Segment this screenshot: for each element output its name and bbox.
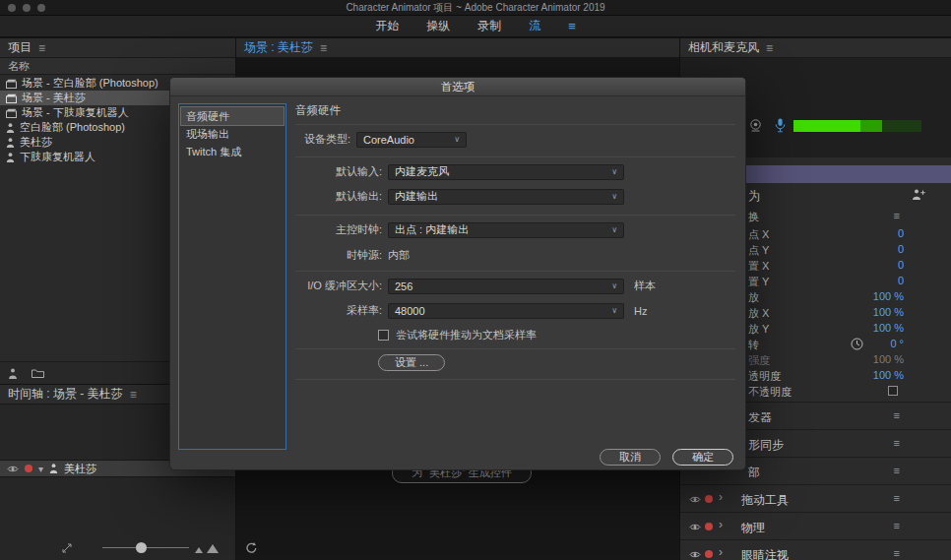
property-value[interactable]: 100 % xyxy=(873,369,904,381)
section-label-fragment: 发器 xyxy=(748,409,772,426)
microphone-icon[interactable] xyxy=(775,118,786,133)
puppet-icon[interactable] xyxy=(8,368,18,379)
property-value[interactable]: 0 xyxy=(898,259,904,271)
settings-button[interactable]: 设置 ... xyxy=(378,354,445,371)
project-panel-header: 项目 ≡ xyxy=(0,38,235,58)
behavior-section-row-eye-gaze[interactable]: › 眼睛注视 ≡ xyxy=(680,539,951,560)
master-clock-select[interactable]: 出点 : 内建输出 ∨ xyxy=(388,222,624,238)
transform-label-fragment: 换 xyxy=(748,210,759,224)
camera-panel-title[interactable]: 相机和麦克风 xyxy=(688,39,759,56)
property-value[interactable]: 100 % xyxy=(873,353,904,365)
cancel-button[interactable]: 取消 xyxy=(600,449,661,466)
eye-icon[interactable] xyxy=(689,523,701,531)
device-type-select[interactable]: CoreAudio ∨ xyxy=(356,132,467,148)
chevron-down-icon: ∨ xyxy=(611,281,617,290)
behavior-section-row-drag-tool[interactable]: › 拖动工具 ≡ xyxy=(680,484,951,512)
timeline-panel-menu-icon[interactable]: ≡ xyxy=(130,388,137,402)
property-value[interactable]: 0 xyxy=(898,227,904,239)
property-value[interactable]: 0 xyxy=(898,275,904,286)
eye-icon[interactable] xyxy=(689,550,701,559)
property-label: 透明度 xyxy=(748,369,781,384)
property-value[interactable]: 0 xyxy=(898,243,904,255)
section-label: 物理 xyxy=(741,520,765,536)
puppet-icon xyxy=(49,464,58,473)
property-value[interactable]: 100 % xyxy=(873,290,904,302)
meter-mid-segment xyxy=(860,120,882,132)
category-twitch[interactable]: Twitch 集成 xyxy=(181,143,284,160)
tab-stream[interactable]: 流 xyxy=(529,18,540,34)
chevron-down-icon: ∨ xyxy=(611,167,617,176)
default-output-value: 内建输出 xyxy=(395,189,438,204)
property-value[interactable]: 0 ° xyxy=(890,338,904,349)
tab-rig[interactable]: 操纵 xyxy=(426,18,450,34)
timeline-panel-title[interactable]: 时间轴 : 场景 - 美杜莎 xyxy=(8,386,123,403)
zoom-out-icon[interactable] xyxy=(195,547,203,553)
tab-record[interactable]: 录制 xyxy=(477,18,501,34)
section-label: 眼睛注视 xyxy=(741,547,789,560)
sample-rate-select[interactable]: 48000 ∨ xyxy=(388,303,624,319)
default-input-value: 内建麦克风 xyxy=(395,164,449,179)
behavior-section-row-physics[interactable]: › 物理 ≡ xyxy=(680,512,951,539)
zoom-slider-thumb[interactable] xyxy=(136,542,147,553)
project-panel-menu-icon[interactable]: ≡ xyxy=(38,41,45,55)
record-arm-icon[interactable] xyxy=(705,523,713,530)
folder-icon[interactable] xyxy=(32,368,44,378)
expand-chevron-icon[interactable]: › xyxy=(719,518,723,531)
camera-icon[interactable] xyxy=(749,119,762,132)
project-item-label: 美杜莎 xyxy=(20,135,52,150)
collapse-chevron-icon[interactable]: ▾ xyxy=(38,464,43,474)
section-title: 音频硬件 xyxy=(295,103,341,118)
io-buffer-select[interactable]: 256 ∨ xyxy=(388,279,624,294)
category-live-output[interactable]: 现场输出 xyxy=(181,125,284,143)
scene-panel-menu-icon[interactable]: ≡ xyxy=(320,41,327,55)
expand-chevron-icon[interactable]: › xyxy=(719,545,723,559)
force-sample-rate-checkbox[interactable] xyxy=(378,330,389,341)
project-panel-title[interactable]: 项目 xyxy=(8,39,32,56)
add-behavior-icon[interactable] xyxy=(912,189,925,200)
category-audio-hardware[interactable]: 音频硬件 xyxy=(181,107,284,125)
eye-icon[interactable] xyxy=(7,465,19,473)
audio-level-meter xyxy=(793,120,921,132)
chevron-down-icon: ∨ xyxy=(611,306,617,315)
section-menu-icon[interactable]: ≡ xyxy=(894,520,900,531)
expand-chevron-icon[interactable]: › xyxy=(719,490,723,504)
property-label: 放 Y xyxy=(748,322,769,337)
zoom-in-icon[interactable] xyxy=(207,544,219,553)
property-label: 点 Y xyxy=(748,243,769,258)
expand-icon[interactable] xyxy=(61,542,73,554)
opacity-checkbox[interactable] xyxy=(888,386,898,396)
puppet-icon xyxy=(6,123,15,133)
device-type-value: CoreAudio xyxy=(363,134,414,146)
default-input-row: 默认输入: 内建麦克风 ∨ xyxy=(295,163,735,180)
refresh-icon[interactable] xyxy=(245,541,258,554)
project-item-label: 下肢康复机器人 xyxy=(20,150,95,164)
clock-icon xyxy=(851,338,863,350)
ok-button[interactable]: 确定 xyxy=(672,449,733,466)
dialog-title: 首选项 xyxy=(170,78,745,96)
sample-rate-row: 采样率: 48000 ∨ Hz xyxy=(295,302,735,319)
tab-start[interactable]: 开始 xyxy=(375,18,399,34)
eye-icon[interactable] xyxy=(689,495,701,504)
project-item-label: 场景 - 美杜莎 xyxy=(22,91,86,105)
property-value[interactable]: 100 % xyxy=(873,322,904,334)
section-menu-icon[interactable]: ≡ xyxy=(894,437,900,449)
project-name-column-header[interactable]: 名称 xyxy=(0,58,235,75)
default-input-select[interactable]: 内建麦克风 ∨ xyxy=(388,164,624,180)
record-arm-icon[interactable] xyxy=(705,495,713,503)
device-type-row: 设备类型: CoreAudio ∨ xyxy=(295,131,735,148)
section-menu-icon[interactable]: ≡ xyxy=(894,409,900,421)
record-arm-icon[interactable] xyxy=(25,465,32,472)
camera-panel-menu-icon[interactable]: ≡ xyxy=(766,41,773,55)
timeline-zoom-toolbar xyxy=(0,536,235,560)
transform-menu-icon[interactable]: ≡ xyxy=(894,210,900,221)
clock-source-value: 内部 xyxy=(388,248,410,263)
workspace-menu-icon[interactable]: ≡ xyxy=(568,19,576,33)
section-menu-icon[interactable]: ≡ xyxy=(894,465,900,476)
record-arm-icon[interactable] xyxy=(705,550,713,558)
scene-panel-title[interactable]: 场景 : 美杜莎 xyxy=(244,39,313,56)
preferences-content: 音频硬件 设备类型: CoreAudio ∨ 默认输入: 内建麦克风 ∨ 默认输… xyxy=(295,103,735,469)
property-value[interactable]: 100 % xyxy=(873,306,904,318)
section-menu-icon[interactable]: ≡ xyxy=(894,547,900,559)
section-menu-icon[interactable]: ≡ xyxy=(894,492,900,504)
default-output-select[interactable]: 内建输出 ∨ xyxy=(388,189,624,205)
